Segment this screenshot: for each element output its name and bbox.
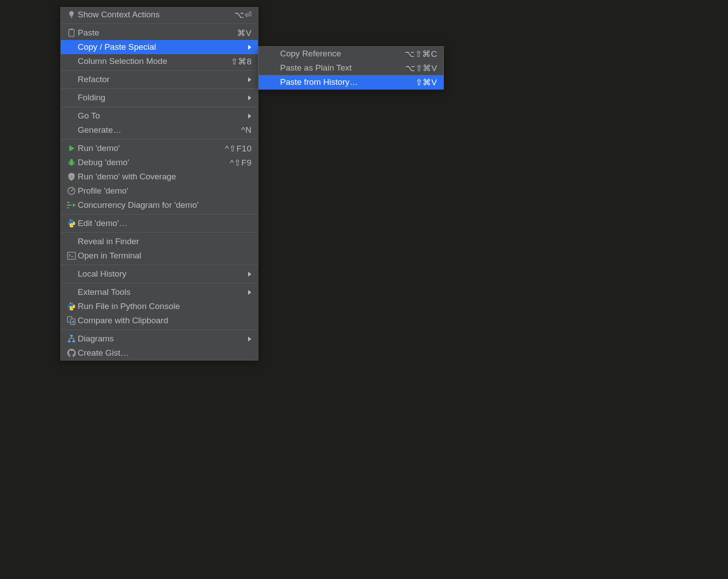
- menu-item-label: Local History: [78, 269, 127, 279]
- menu-item-run-demo[interactable]: Run 'demo'^⇧F10: [61, 141, 258, 155]
- terminal-icon: [65, 250, 78, 261]
- menu-item-copy-paste-special[interactable]: Copy / Paste Special: [61, 40, 258, 54]
- menu-item-compare-with-clipboard[interactable]: Compare with Clipboard: [61, 313, 258, 328]
- menu-item-show-context-actions[interactable]: Show Context Actions⌥⏎: [61, 8, 258, 22]
- menu-item-diagrams[interactable]: Diagrams: [61, 332, 258, 346]
- menu-separator: [61, 329, 258, 330]
- svg-rect-23: [68, 341, 71, 342]
- svg-rect-24: [72, 341, 75, 342]
- menu-item-local-history[interactable]: Local History: [61, 267, 258, 281]
- blank-icon: [65, 236, 78, 247]
- github-icon: [65, 348, 78, 358]
- menu-shortcut: ⇧⌘V: [415, 77, 437, 87]
- menu-separator: [61, 232, 258, 233]
- menu-item-label: Reveal in Finder: [78, 237, 139, 246]
- menu-item-run-demo-coverage[interactable]: Run 'demo' with Coverage: [61, 170, 258, 184]
- svg-point-9: [71, 190, 72, 192]
- menu-shortcut: ⌥⇧⌘C: [405, 49, 437, 59]
- svg-rect-12: [67, 207, 69, 208]
- menu-item-label: Debug 'demo': [78, 158, 129, 167]
- menu-item-external-tools[interactable]: External Tools: [61, 285, 258, 299]
- bug-icon: [65, 157, 78, 168]
- menu-item-label: External Tools: [78, 287, 131, 297]
- menu-item-run-file-python-console[interactable]: Run File in Python Console: [61, 299, 258, 313]
- submenu-item-paste-from-history[interactable]: Paste from History…⇧⌘V: [259, 75, 443, 89]
- menu-separator: [61, 139, 258, 139]
- menu-item-label: Show Context Actions: [78, 10, 160, 20]
- menu-item-label: Profile 'demo': [78, 186, 128, 196]
- menu-item-open-in-terminal[interactable]: Open in Terminal: [61, 249, 258, 263]
- menu-item-edit-demo[interactable]: Edit 'demo'…: [61, 216, 258, 230]
- menu-item-go-to[interactable]: Go To: [61, 109, 258, 123]
- submenu-arrow-icon: [247, 114, 252, 119]
- menu-item-label: Generate…: [78, 125, 121, 135]
- submenu-arrow-icon: [247, 77, 252, 82]
- menu-item-label: Copy / Paste Special: [78, 42, 156, 52]
- menu-separator: [61, 24, 258, 24]
- submenu-item-paste-as-plain-text[interactable]: Paste as Plain Text⌥⇧⌘V: [259, 61, 443, 75]
- menu-separator: [61, 107, 258, 107]
- menu-item-paste[interactable]: Paste⌘V: [61, 26, 258, 40]
- menu-item-label: Open in Terminal: [78, 251, 141, 261]
- svg-point-18: [72, 309, 73, 310]
- menu-shortcut: ^N: [241, 125, 252, 135]
- menu-item-folding[interactable]: Folding: [61, 91, 258, 105]
- shield-play-icon: [65, 171, 78, 182]
- menu-item-label: Run 'demo': [78, 143, 120, 153]
- svg-line-6: [68, 164, 69, 164]
- svg-line-4: [68, 162, 69, 163]
- menu-item-label: Go To: [78, 111, 100, 121]
- menu-shortcut: ^⇧F9: [230, 158, 252, 168]
- menu-item-label: Paste as Plain Text: [280, 63, 352, 73]
- submenu-copy-paste-special[interactable]: Copy Reference⌥⇧⌘CPaste as Plain Text⌥⇧⌘…: [258, 46, 444, 90]
- menu-separator: [61, 265, 258, 265]
- blank-icon: [65, 287, 78, 297]
- svg-line-7: [74, 164, 75, 164]
- blank-icon: [65, 92, 78, 103]
- menu-item-refactor[interactable]: Refactor: [61, 72, 258, 87]
- blank-icon: [65, 125, 78, 135]
- menu-separator: [61, 214, 258, 214]
- menu-item-concurrency-diagram[interactable]: Concurrency Diagram for 'demo': [61, 198, 258, 212]
- diff-icon: [65, 315, 78, 326]
- menu-item-label: Concurrency Diagram for 'demo': [78, 200, 198, 210]
- menu-shortcut: ⇧⌘8: [231, 56, 252, 67]
- submenu-item-copy-reference[interactable]: Copy Reference⌥⇧⌘C: [259, 47, 443, 61]
- svg-line-5: [74, 162, 75, 163]
- menu-item-column-selection-mode[interactable]: Column Selection Mode⇧⌘8: [61, 54, 258, 68]
- svg-rect-22: [70, 335, 73, 337]
- menu-shortcut: ^⇧F10: [225, 143, 252, 154]
- menu-separator: [61, 70, 258, 71]
- blank-icon: [65, 111, 78, 121]
- menu-item-debug-demo[interactable]: Debug 'demo'^⇧F9: [61, 155, 258, 170]
- svg-rect-1: [70, 29, 73, 30]
- blank-icon: [65, 269, 78, 279]
- blank-icon: [65, 42, 78, 52]
- svg-point-17: [70, 303, 71, 304]
- menu-item-label: Run File in Python Console: [78, 301, 180, 311]
- python-icon: [65, 301, 78, 312]
- menu-shortcut: ⌘V: [237, 28, 252, 38]
- profile-icon: [65, 186, 78, 196]
- context-menu[interactable]: Show Context Actions⌥⏎Paste⌘VCopy / Past…: [60, 7, 258, 361]
- menu-item-profile-demo[interactable]: Profile 'demo': [61, 184, 258, 198]
- clipboard-icon: [65, 28, 78, 38]
- menu-separator: [61, 88, 258, 89]
- menu-item-create-gist[interactable]: Create Gist…: [61, 346, 258, 360]
- menu-item-generate[interactable]: Generate…^N: [61, 123, 258, 137]
- python-icon: [65, 218, 78, 229]
- menu-item-reveal-in-finder[interactable]: Reveal in Finder: [61, 234, 258, 249]
- menu-item-label: Edit 'demo'…: [78, 218, 127, 228]
- submenu-arrow-icon: [247, 337, 252, 341]
- menu-shortcut: ⌥⇧⌘V: [405, 63, 437, 73]
- svg-point-3: [70, 159, 73, 162]
- menu-item-label: Column Selection Mode: [78, 56, 167, 66]
- submenu-arrow-icon: [247, 95, 252, 100]
- svg-rect-15: [67, 252, 75, 259]
- diagrams-icon: [65, 333, 78, 344]
- menu-item-label: Paste from History…: [280, 77, 358, 87]
- menu-item-label: Compare with Clipboard: [78, 316, 168, 325]
- menu-shortcut: ⌥⏎: [234, 10, 252, 20]
- menu-separator: [61, 283, 258, 283]
- play-icon: [65, 143, 78, 154]
